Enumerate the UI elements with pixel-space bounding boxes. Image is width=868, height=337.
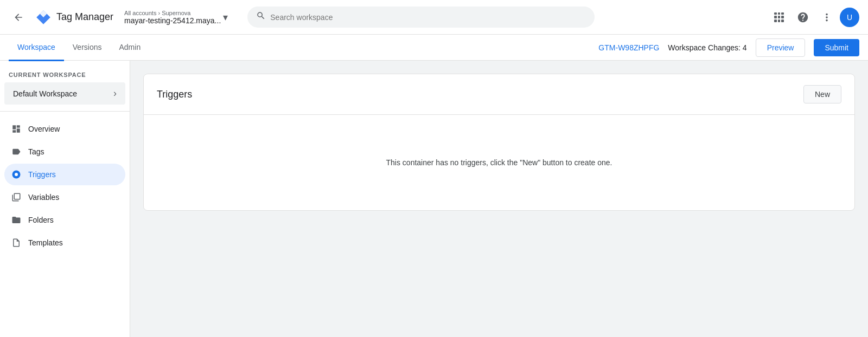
layout: CURRENT WORKSPACE Default Workspace › Ov… [0,61,868,337]
app-title: Tag Manager [56,11,113,23]
gtm-id[interactable]: GTM-W98ZHPFG [598,43,659,52]
submit-button[interactable]: Submit [814,39,859,56]
templates-icon [11,237,22,248]
folders-icon [11,215,22,225]
more-options-button[interactable] [816,7,838,28]
account-chevron-icon: ▾ [223,11,228,23]
sidebar-item-triggers[interactable]: Triggers [4,164,125,185]
preview-button[interactable]: Preview [756,38,806,57]
topbar: Tag Manager All accounts › Supernova may… [0,0,868,35]
search-input[interactable] [270,13,586,22]
sidebar: CURRENT WORKSPACE Default Workspace › Ov… [0,61,130,337]
sidebar-nav: Overview Tags Triggers Variables [0,116,130,256]
account-breadcrumb: All accounts › Supernova [124,10,221,16]
account-selector[interactable]: All accounts › Supernova mayar-testing-2… [120,8,232,27]
grid-menu-button[interactable] [768,7,790,28]
help-button[interactable] [792,7,814,28]
workspace-name: Default Workspace [13,89,77,98]
sidebar-item-variables-label: Variables [28,193,59,202]
triggers-icon [11,169,22,180]
search-icon [256,11,266,23]
svg-point-3 [15,173,18,176]
topbar-actions: U [768,7,859,28]
workspace-changes: Workspace Changes: 4 [668,43,746,52]
main-content: Triggers New This container has no trigg… [130,61,868,337]
sidebar-item-overview-label: Overview [28,125,60,133]
tags-icon [11,146,22,157]
card-header: Triggers New [144,74,854,115]
current-workspace-label: CURRENT WORKSPACE [0,65,130,80]
tab-workspace[interactable]: Workspace [9,35,64,61]
nav-right: GTM-W98ZHPFG Workspace Changes: 4 Previe… [598,38,859,57]
variables-icon [11,192,22,203]
sidebar-item-templates-label: Templates [28,238,63,247]
sidebar-divider [0,111,130,112]
navbar: Workspace Versions Admin GTM-W98ZHPFG Wo… [0,35,868,61]
empty-message: This container has no triggers, click th… [386,158,612,167]
sidebar-item-triggers-label: Triggers [28,170,56,179]
logo-icon [35,9,52,26]
sidebar-item-folders-label: Folders [28,216,54,224]
sidebar-item-tags[interactable]: Tags [4,141,125,163]
sidebar-item-templates[interactable]: Templates [4,232,125,254]
overview-icon [11,124,22,134]
avatar[interactable]: U [840,8,859,27]
app-logo: Tag Manager [35,9,113,26]
workspace-selector[interactable]: Default Workspace › [4,82,125,105]
account-name: mayar-testing-25412.maya... [124,16,221,25]
workspace-chevron-icon: › [113,88,117,99]
sidebar-item-folders[interactable]: Folders [4,209,125,231]
back-button[interactable] [9,8,28,27]
sidebar-item-overview[interactable]: Overview [4,118,125,140]
sidebar-item-variables[interactable]: Variables [4,186,125,208]
tab-admin[interactable]: Admin [110,35,149,61]
sidebar-item-tags-label: Tags [28,147,44,156]
nav-tabs: Workspace Versions Admin [9,35,149,61]
search-bar[interactable] [247,7,595,28]
content-card: Triggers New This container has no trigg… [143,74,855,211]
page-title: Triggers [157,89,192,100]
tab-versions[interactable]: Versions [64,35,111,61]
card-body: This container has no triggers, click th… [144,115,854,210]
new-trigger-button[interactable]: New [803,85,841,103]
